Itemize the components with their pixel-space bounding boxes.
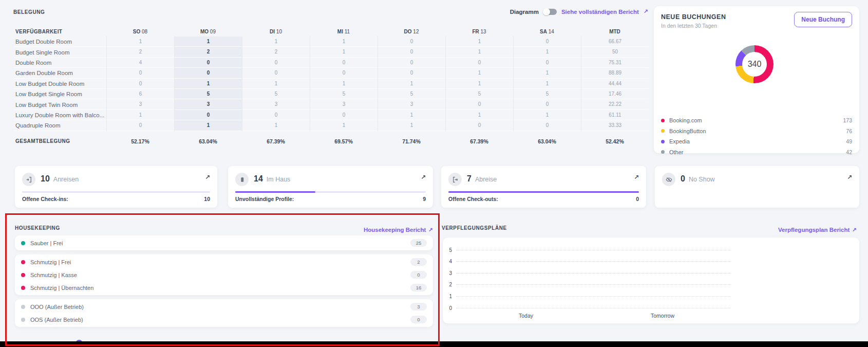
status-label: Schmutzig | Kasse xyxy=(30,272,77,278)
count-badge: 16 xyxy=(410,284,427,291)
table-cell: 1 xyxy=(513,79,581,89)
table-row: Low Budget Twin Room333330022.22 xyxy=(13,99,649,109)
arrivals-label: Anreisen xyxy=(53,176,79,183)
occupancy-table: VERFÜGBARKEITSO 08MO 09DI 10MI 11DO 12FR… xyxy=(13,27,649,146)
table-row: Quadruple Room011110033.33 xyxy=(13,120,649,131)
table-cell: 0 xyxy=(513,99,581,109)
full-report-link[interactable]: Siehe vollständigen Bericht xyxy=(561,9,639,15)
in-house-count: 14 xyxy=(254,174,263,184)
bottom-black-bar xyxy=(0,341,868,347)
table-cell: 1 xyxy=(310,120,378,131)
dashboard: BELEGUNG Diagramm Siehe vollständigen Be… xyxy=(0,0,868,347)
total-cell: 63.04% xyxy=(174,138,242,144)
status-color-dot xyxy=(21,273,25,277)
status-color-dot xyxy=(21,318,25,322)
meal-plan-report: Verpflegungsplan Bericht ↗ xyxy=(719,225,857,234)
dotted-gridline xyxy=(456,261,730,262)
housekeeping-section-title: HOUSEKEEPING xyxy=(15,225,60,231)
table-cell: 1 xyxy=(445,68,513,78)
external-link-icon[interactable]: ↗ xyxy=(428,227,433,233)
total-cell: 67.39% xyxy=(445,138,513,144)
table-cell: 2 xyxy=(174,47,242,57)
dotted-gridline xyxy=(456,308,730,308)
external-link-icon[interactable]: ↗ xyxy=(644,8,648,15)
table-cell: 0 xyxy=(106,68,174,78)
legend-item: Booking.com173 xyxy=(661,115,852,126)
housekeeping-report-link[interactable]: Housekeeping Bericht xyxy=(364,227,426,233)
incomplete-profiles-label: Unvollständige Profile: xyxy=(235,196,294,202)
new-bookings-card: NEUE BUCHUNGEN In den letzten 30 Tagen N… xyxy=(654,6,859,153)
table-cell: 0 xyxy=(310,110,378,120)
table-cell: 1 xyxy=(106,110,174,120)
external-link-icon[interactable]: ↗ xyxy=(852,227,857,233)
table-cell: 2 xyxy=(242,47,310,57)
diagram-toggle[interactable] xyxy=(543,9,557,15)
table-row: Garden Double Room000001188.89 xyxy=(13,68,649,78)
table-row: Budget Double Room111101066.67 xyxy=(13,36,649,47)
external-link-icon[interactable]: ↗ xyxy=(847,174,852,181)
count-badge: 3 xyxy=(410,303,427,311)
table-row: Low Budget Single Room655555517.46 xyxy=(13,89,649,99)
meal-plans-section-title: VERPFLEGUNGSPLÄNE xyxy=(442,225,507,231)
legend-label: Expedia xyxy=(669,138,690,144)
day-header: MO 09 xyxy=(174,29,242,34)
table-cell: 0 xyxy=(106,120,174,131)
meal-plan-report-link[interactable]: Verpflegungsplan Bericht xyxy=(778,227,850,233)
table-cell: 66.67 xyxy=(581,36,649,47)
table-cell: 5 xyxy=(174,89,242,99)
door-enter-icon xyxy=(22,173,35,186)
y-tick-label: 1 xyxy=(443,294,456,299)
arrivals-progress xyxy=(22,191,210,193)
legend-label: Other xyxy=(669,149,684,155)
bookings-donut-chart: 340 xyxy=(735,45,773,83)
legend-color-dot xyxy=(661,150,665,154)
grid-tick: 1 xyxy=(443,293,730,299)
belegung-controls: Diagramm Siehe vollständigen Bericht ↗ xyxy=(493,8,648,15)
table-cell: 2 xyxy=(106,47,174,57)
table-cell: 22.22 xyxy=(581,99,649,109)
table-cell: 0 xyxy=(242,68,310,78)
legend-item: Other42 xyxy=(661,147,852,158)
open-checkouts-label: Offene Check-outs: xyxy=(448,196,498,202)
table-cell: 1 xyxy=(174,36,242,47)
room-type-name: Low Budget Single Room xyxy=(13,91,106,97)
table-cell: 0 xyxy=(242,110,310,120)
table-cell: 61.11 xyxy=(581,110,649,120)
table-cell: 0 xyxy=(445,120,513,131)
total-cell: 67.39% xyxy=(242,138,310,144)
external-link-icon[interactable]: ↗ xyxy=(205,174,210,181)
table-cell: 3 xyxy=(378,99,445,109)
x-axis-label: Today xyxy=(519,313,533,319)
dotted-gridline xyxy=(456,296,730,297)
table-cell: 5 xyxy=(242,89,310,99)
table-cell: 0 xyxy=(378,58,445,68)
table-cell: 1 xyxy=(378,120,445,131)
legend-label: BookingButton xyxy=(669,128,706,134)
table-cell: 1 xyxy=(513,68,581,78)
grid-tick: 5 xyxy=(443,247,730,253)
legend-color-dot xyxy=(661,129,665,133)
room-type-name: Low Budget Double Room xyxy=(13,81,106,87)
external-link-icon[interactable]: ↗ xyxy=(634,174,639,181)
arrivals-card: 10 Anreisen ↗ Offene Check-ins: 10 xyxy=(15,166,217,208)
room-type-name: Low Budget Twin Room xyxy=(13,102,106,108)
occupancy-total-row: GESAMTBELEGUNG52.17%63.04%67.39%69.57%71… xyxy=(13,137,649,146)
table-cell: 5 xyxy=(310,89,378,99)
table-cell: 44.44 xyxy=(581,79,649,89)
new-bookings-subtitle: In den letzten 30 Tagen xyxy=(661,23,717,29)
room-type-name: Budget Double Room xyxy=(13,39,106,45)
table-cell: 0 xyxy=(242,58,310,68)
status-color-dot xyxy=(21,260,25,264)
new-booking-button[interactable]: Neue Buchung xyxy=(794,12,852,27)
open-checkins-value: 10 xyxy=(204,196,210,202)
housekeeping-item: OOO (Außer Betrieb)3 xyxy=(15,300,433,313)
table-cell: 75.31 xyxy=(581,58,649,68)
total-cell: 71.74% xyxy=(378,138,445,144)
y-tick-label: 4 xyxy=(443,259,456,264)
incomplete-profiles-value: 9 xyxy=(423,196,426,202)
table-cell: 50 xyxy=(581,47,649,57)
external-link-icon[interactable]: ↗ xyxy=(421,174,426,181)
table-cell: 3 xyxy=(242,99,310,109)
total-cell: 52.17% xyxy=(106,138,174,144)
housekeeping-group-card: Schmutzig | Frei2Schmutzig | Kasse0Schmu… xyxy=(15,254,433,295)
